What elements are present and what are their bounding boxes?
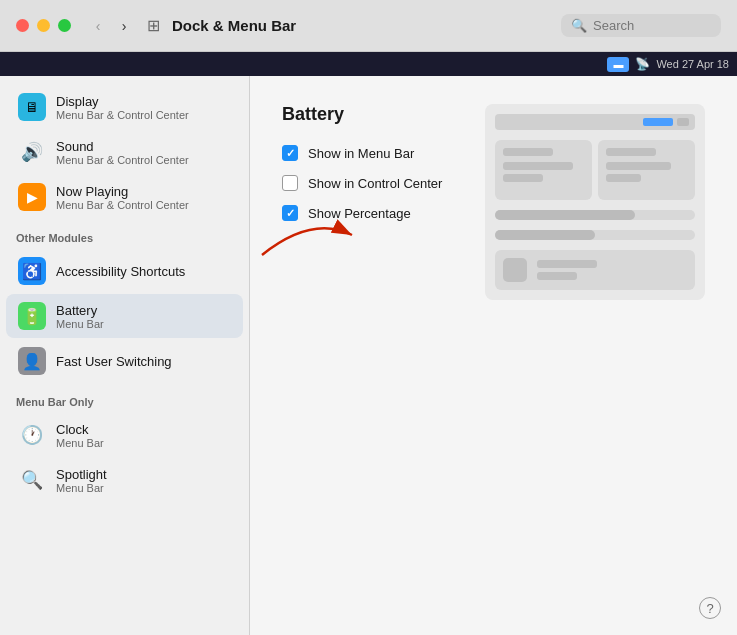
sidebar-item-battery[interactable]: 🔋 Battery Menu Bar — [6, 294, 243, 338]
settings-title: Battery — [282, 104, 465, 125]
display-icon: 🖥 — [18, 93, 46, 121]
battery-icon: 🔋 — [18, 302, 46, 330]
setting-row-control-center: Show in Control Center — [282, 175, 465, 191]
show-menu-bar-checkbox[interactable] — [282, 145, 298, 161]
section-other-modules-label: Other Modules — [0, 220, 249, 248]
grid-icon[interactable]: ⊞ — [147, 16, 160, 35]
clock-status: Wed 27 Apr 18 — [656, 58, 729, 70]
spotlight-icon: 🔍 — [18, 466, 46, 494]
show-menu-bar-label: Show in Menu Bar — [308, 146, 414, 161]
traffic-lights — [16, 19, 71, 32]
section-menubar-only-label: Menu Bar Only — [0, 384, 249, 412]
statusbar: ▬ 📡 Wed 27 Apr 18 — [0, 52, 737, 76]
search-icon: 🔍 — [571, 18, 587, 33]
sidebar-item-clock[interactable]: 🕐 Clock Menu Bar — [6, 413, 243, 457]
nowplaying-icon: ▶ — [18, 183, 46, 211]
minimize-button[interactable] — [37, 19, 50, 32]
sidebar-item-spotlight[interactable]: 🔍 Spotlight Menu Bar — [6, 458, 243, 502]
forward-arrow[interactable]: › — [113, 15, 135, 37]
content-area: Battery Show in Menu Bar Show in Control… — [250, 76, 737, 635]
fus-icon: 👤 — [18, 347, 46, 375]
sidebar-item-sound[interactable]: 🔊 Sound Menu Bar & Control Center — [6, 130, 243, 174]
window-title: Dock & Menu Bar — [172, 17, 561, 34]
sidebar-item-accessibility[interactable]: ♿ Accessibility Shortcuts — [6, 249, 243, 293]
accessibility-icon: ♿ — [18, 257, 46, 285]
show-control-center-label: Show in Control Center — [308, 176, 442, 191]
sidebar-item-display[interactable]: 🖥 Display Menu Bar & Control Center — [6, 85, 243, 129]
preview-panel — [485, 104, 705, 607]
wifi-status: 📡 — [635, 57, 650, 71]
show-control-center-checkbox[interactable] — [282, 175, 298, 191]
back-arrow[interactable]: ‹ — [87, 15, 109, 37]
help-button[interactable]: ? — [699, 597, 721, 619]
battery-status: ▬ — [607, 57, 629, 72]
search-box[interactable]: 🔍 — [561, 14, 721, 37]
settings-panel: Battery Show in Menu Bar Show in Control… — [282, 104, 465, 607]
sidebar-item-nowplaying[interactable]: ▶ Now Playing Menu Bar & Control Center — [6, 175, 243, 219]
setting-row-menu-bar: Show in Menu Bar — [282, 145, 465, 161]
fullscreen-button[interactable] — [58, 19, 71, 32]
clock-icon: 🕐 — [18, 421, 46, 449]
sidebar: 🖥 Display Menu Bar & Control Center 🔊 So… — [0, 76, 250, 635]
annotation-arrow — [252, 205, 372, 265]
close-button[interactable] — [16, 19, 29, 32]
titlebar: ‹ › ⊞ Dock & Menu Bar 🔍 — [0, 0, 737, 52]
nav-arrows: ‹ › — [87, 15, 135, 37]
search-input[interactable] — [593, 18, 711, 33]
sidebar-item-fus[interactable]: 👤 Fast User Switching — [6, 339, 243, 383]
preview-mockup — [485, 104, 705, 300]
sound-icon: 🔊 — [18, 138, 46, 166]
main-layout: 🖥 Display Menu Bar & Control Center 🔊 So… — [0, 76, 737, 635]
